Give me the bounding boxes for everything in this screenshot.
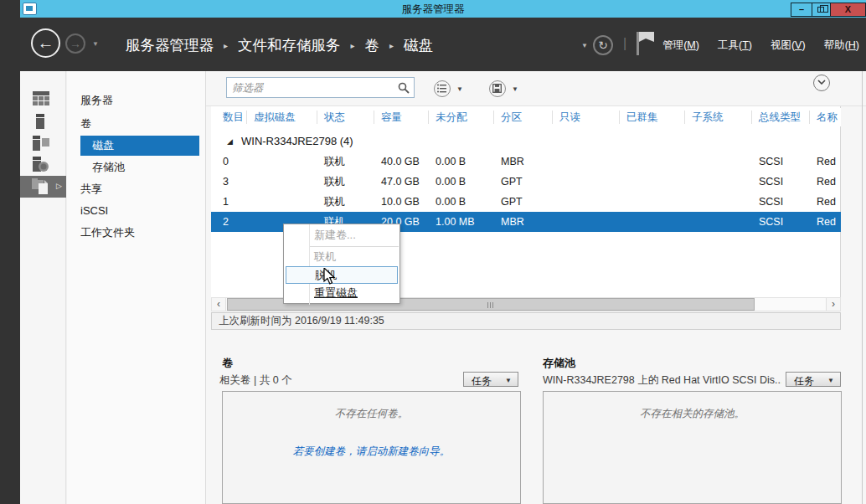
menu-help[interactable]: 帮助(H) bbox=[824, 39, 859, 53]
navbar: ← → ▼ 服务器管理器 ▸ 文件和存储服务 ▸ 卷 ▸ 磁盘 ▼ ↻ | 管理… bbox=[0, 18, 866, 71]
cell-name: Red bbox=[817, 172, 836, 192]
col-bus-type[interactable]: 总线类型 bbox=[759, 108, 801, 126]
breadcrumb-sep-icon: ▸ bbox=[389, 41, 394, 50]
nav-icon-rail: ▷ bbox=[20, 71, 66, 504]
volumes-panel-subtitle: 相关卷 | 共 0 个 bbox=[219, 373, 292, 388]
table-group-header[interactable]: ◢ WIN-R334JRE2798 (4) bbox=[211, 131, 841, 152]
context-item-online: 联机 bbox=[286, 249, 398, 265]
breadcrumb-caret-icon[interactable]: ▼ bbox=[581, 42, 588, 49]
col-clustered[interactable]: 已群集 bbox=[626, 108, 658, 126]
group-label: WIN-R334JRE2798 (4) bbox=[241, 131, 353, 152]
back-button[interactable]: ← bbox=[31, 28, 60, 58]
cell-bus: SCSI bbox=[759, 172, 783, 192]
col-number[interactable]: 数目 bbox=[223, 108, 244, 126]
table-header: 数目 虚拟磁盘 状态 容量 未分配 分区 只读 已群集 子系统 总线类型 名称 bbox=[211, 108, 841, 126]
new-volume-wizard-link[interactable]: 若要创建卷，请启动新建卷向导。 bbox=[223, 445, 520, 459]
scrollbar-grip bbox=[487, 302, 494, 308]
list-icon bbox=[437, 84, 446, 93]
table-row[interactable]: 3 联机 47.0 GB 0.00 B GPT SCSI Red bbox=[211, 172, 841, 192]
storage-pools-panel-subtitle: WIN-R334JRE2798 上的 Red Hat VirtIO SCSI D… bbox=[543, 373, 781, 388]
cell-partition: GPT bbox=[501, 172, 523, 192]
file-storage-services-icon[interactable]: ▷ bbox=[20, 176, 66, 198]
save-icon bbox=[492, 84, 502, 93]
save-query-button[interactable] bbox=[489, 80, 506, 97]
filter-input[interactable] bbox=[232, 80, 391, 95]
tasks-caret-icon: ▼ bbox=[505, 377, 512, 384]
cell-partition: MBR bbox=[501, 212, 524, 232]
collapse-pane-button[interactable] bbox=[813, 75, 830, 91]
col-unallocated[interactable]: 未分配 bbox=[436, 108, 467, 126]
volumes-empty-box: 不存在任何卷。 若要创建卷，请启动新建卷向导。 bbox=[222, 391, 521, 504]
col-readonly[interactable]: 只读 bbox=[559, 108, 580, 126]
cell-unallocated: 0.00 B bbox=[436, 172, 466, 192]
view-options-button[interactable] bbox=[434, 80, 451, 97]
sidebar-item-disks[interactable]: 磁盘 bbox=[80, 136, 199, 156]
cell-number: 3 bbox=[223, 172, 229, 192]
cell-number: 1 bbox=[223, 192, 229, 212]
menu-manage[interactable]: 管理(M) bbox=[662, 39, 699, 53]
local-server-icon[interactable] bbox=[20, 111, 66, 133]
context-item-new-volume: 新建卷... bbox=[286, 227, 398, 244]
col-virtual-disk[interactable]: 虚拟磁盘 bbox=[254, 108, 296, 126]
breadcrumb-volumes[interactable]: 卷 bbox=[365, 35, 380, 55]
menu-tools[interactable]: 工具(T) bbox=[718, 39, 752, 53]
scroll-right-arrow[interactable]: › bbox=[826, 298, 840, 311]
context-item-reset-disk[interactable]: 重置磁盘 bbox=[286, 285, 398, 301]
tasks-label: 任务 bbox=[472, 374, 492, 388]
col-partition[interactable]: 分区 bbox=[501, 108, 522, 126]
group-expanded-icon[interactable]: ◢ bbox=[227, 131, 233, 152]
close-button[interactable]: X bbox=[830, 3, 866, 17]
breadcrumb-server-manager[interactable]: 服务器管理器 bbox=[126, 35, 214, 55]
cell-status: 联机 bbox=[324, 192, 345, 212]
services-icon[interactable] bbox=[20, 155, 66, 177]
scroll-left-arrow[interactable]: ‹ bbox=[212, 298, 226, 311]
sidebar-item-shares[interactable]: 共享 bbox=[80, 179, 199, 199]
col-status[interactable]: 状态 bbox=[324, 108, 345, 126]
expand-arrow-icon: ▷ bbox=[56, 182, 62, 190]
cell-unallocated: 0.00 B bbox=[436, 152, 466, 172]
cell-unallocated: 0.00 B bbox=[436, 192, 466, 212]
forward-button[interactable]: → bbox=[65, 33, 85, 54]
view-options-caret-icon[interactable]: ▼ bbox=[456, 85, 463, 93]
cell-unallocated: 1.00 MB bbox=[436, 212, 475, 232]
notifications-flag-icon[interactable] bbox=[634, 30, 656, 57]
sidebar-item-iscsi[interactable]: iSCSI bbox=[80, 201, 199, 221]
volumes-tasks-button[interactable]: 任务 ▼ bbox=[463, 372, 518, 387]
sidebar-item-volumes[interactable]: 卷 bbox=[80, 114, 199, 134]
sidebar-item-work-folders[interactable]: 工作文件夹 bbox=[80, 223, 199, 243]
tasks-label: 任务 bbox=[794, 374, 814, 388]
context-menu-separator bbox=[310, 246, 399, 247]
context-item-offline[interactable]: 脱机 bbox=[286, 266, 398, 284]
col-name[interactable]: 名称 bbox=[817, 108, 838, 126]
refresh-button[interactable]: ↻ bbox=[593, 35, 613, 55]
search-icon[interactable] bbox=[398, 82, 410, 94]
breadcrumb-file-storage[interactable]: 文件和存储服务 bbox=[238, 35, 341, 55]
table-row[interactable]: 0 联机 40.0 GB 0.00 B MBR SCSI Red bbox=[211, 152, 841, 172]
sidebar-item-servers[interactable]: 服务器 bbox=[80, 90, 199, 111]
cell-status: 联机 bbox=[324, 152, 345, 172]
col-capacity[interactable]: 容量 bbox=[381, 108, 402, 126]
storage-pools-tasks-button[interactable]: 任务 ▼ bbox=[786, 372, 841, 387]
cell-capacity: 10.0 GB bbox=[381, 192, 420, 212]
sidebar-item-storage-pools[interactable]: 存储池 bbox=[92, 157, 211, 177]
col-subsystem[interactable]: 子系统 bbox=[692, 108, 724, 126]
breadcrumb-disks[interactable]: 磁盘 bbox=[404, 35, 433, 55]
all-servers-icon[interactable] bbox=[20, 133, 66, 155]
window-title: 服务器管理器 bbox=[0, 3, 866, 17]
save-query-caret-icon[interactable]: ▼ bbox=[512, 85, 518, 93]
minimize-button[interactable]: – bbox=[791, 3, 812, 17]
table-row[interactable]: 1 联机 10.0 GB 0.00 B GPT SCSI Red bbox=[211, 192, 841, 212]
restore-button[interactable] bbox=[812, 3, 831, 17]
storage-pools-panel-title: 存储池 bbox=[543, 356, 575, 371]
menu-bar: 管理(M) 工具(T) 视图(V) 帮助(H) bbox=[662, 39, 859, 53]
storage-pools-empty-text: 不存在相关的存储池。 bbox=[544, 407, 841, 421]
breadcrumb-sep-icon: ▸ bbox=[224, 41, 228, 50]
storage-pools-empty-box: 不存在相关的存储池。 bbox=[543, 391, 842, 504]
titlebar: 服务器管理器 – X bbox=[0, 0, 866, 18]
menu-view[interactable]: 视图(V) bbox=[771, 39, 806, 53]
server-manager-window: 服务器管理器 – X ← → ▼ 服务器管理器 ▸ 文件和存储服务 ▸ 卷 ▸ … bbox=[0, 0, 866, 504]
dashboard-icon[interactable] bbox=[20, 90, 66, 111]
history-caret-icon[interactable]: ▼ bbox=[92, 40, 99, 48]
cell-bus: SCSI bbox=[759, 192, 783, 212]
volumes-panel-title: 卷 bbox=[222, 356, 233, 371]
